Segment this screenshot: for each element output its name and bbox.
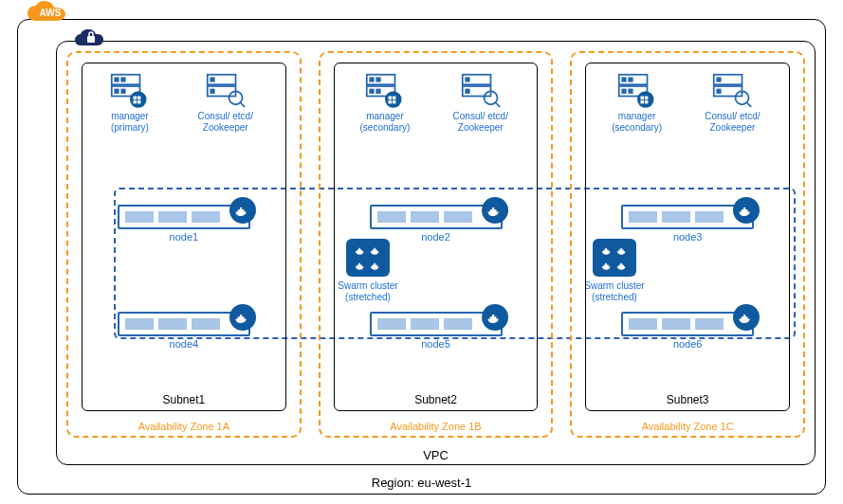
server-search-icon — [461, 73, 501, 109]
svg-rect-10 — [133, 100, 137, 104]
svg-rect-47 — [717, 77, 722, 81]
svg-rect-28 — [393, 100, 396, 104]
aws-cloud-icon: AWS — [27, 0, 74, 32]
swarm-node: node5 — [370, 312, 503, 350]
svg-rect-2 — [114, 77, 119, 81]
node-label: node2 — [421, 231, 450, 243]
docker-icon — [482, 304, 508, 331]
svg-rect-0 — [87, 36, 95, 43]
region-label: Region: eu-west-1 — [18, 476, 825, 490]
svg-rect-19 — [369, 77, 374, 81]
svg-rect-40 — [628, 89, 632, 94]
server-bar-icon — [118, 312, 250, 336]
svg-rect-36 — [621, 77, 626, 81]
manager-label: manager (secondary) — [596, 111, 678, 134]
consul-label: Consul/ etcd/ Zookeeper — [686, 111, 779, 134]
az-label: Availability Zone 1B — [321, 421, 552, 432]
swarm-node: node4 — [118, 312, 250, 350]
server-stack-icon — [110, 73, 150, 109]
svg-rect-37 — [628, 77, 632, 81]
az-label: Availability Zone 1C — [572, 421, 803, 432]
server-bar-icon — [370, 312, 503, 336]
server-search-icon — [712, 73, 752, 109]
region-container: Region: eu-west-1 VPC Swarm cluster (str… — [17, 19, 826, 495]
subnet-label: Subnet3 — [586, 393, 789, 406]
availability-zone: manager (secondary)Consul/ etcd/ Zookeep… — [319, 51, 554, 438]
svg-rect-39 — [621, 89, 626, 94]
swarm-node: node1 — [118, 205, 250, 243]
swarm-node: node2 — [370, 205, 503, 243]
docker-icon — [482, 197, 508, 224]
subnet: manager (secondary)Consul/ etcd/ Zookeep… — [334, 63, 539, 411]
server-bar-icon — [370, 205, 503, 229]
svg-rect-30 — [465, 77, 469, 81]
subnet-label: Subnet1 — [82, 393, 285, 406]
manager-label: manager (primary) — [92, 111, 168, 134]
subnet-label: Subnet2 — [335, 393, 538, 406]
node-label: node6 — [673, 338, 703, 350]
manager-service: manager (primary) — [92, 73, 168, 158]
svg-rect-45 — [644, 100, 648, 104]
svg-rect-11 — [137, 100, 141, 104]
svg-rect-23 — [376, 89, 380, 94]
vpc-label: VPC — [57, 448, 815, 462]
node-label: node4 — [170, 338, 199, 350]
manager-label: manager (secondary) — [344, 111, 427, 134]
svg-rect-3 — [120, 77, 125, 81]
svg-rect-20 — [376, 77, 380, 81]
consul-service: Consul/ etcd/ Zookeeper — [686, 73, 779, 158]
svg-rect-15 — [210, 89, 214, 94]
svg-line-17 — [241, 103, 245, 107]
node-label: node1 — [170, 231, 199, 243]
svg-rect-27 — [388, 100, 392, 104]
svg-rect-22 — [369, 89, 374, 94]
svg-rect-13 — [210, 77, 214, 81]
consul-label: Consul/ etcd/ Zookeeper — [175, 111, 276, 134]
server-stack-icon — [365, 73, 405, 109]
svg-rect-26 — [393, 97, 396, 100]
svg-line-51 — [747, 103, 751, 107]
consul-label: Consul/ etcd/ Zookeeper — [433, 111, 527, 134]
server-bar-icon — [621, 312, 754, 336]
svg-rect-8 — [133, 97, 137, 100]
aws-badge-text: AWS — [40, 8, 62, 18]
swarm-node: node6 — [621, 312, 754, 350]
svg-line-34 — [496, 103, 500, 107]
server-search-icon — [206, 73, 246, 109]
vpc-lock-icon — [74, 27, 106, 53]
availability-zone: manager (secondary)Consul/ etcd/ Zookeep… — [570, 51, 805, 438]
vpc-container: VPC Swarm cluster (stretched) Swarm clus… — [56, 41, 816, 465]
az-label: Availability Zone 1A — [68, 421, 300, 432]
svg-rect-44 — [640, 100, 644, 104]
subnet: manager (secondary)Consul/ etcd/ Zookeep… — [585, 63, 790, 411]
svg-rect-49 — [717, 89, 722, 94]
docker-icon — [733, 197, 760, 224]
availability-zone: manager (primary)Consul/ etcd/ Zookeeper… — [66, 51, 302, 438]
node-label: node3 — [673, 231, 703, 243]
swarm-node: node3 — [621, 205, 754, 243]
docker-icon — [229, 197, 256, 224]
manager-service: manager (secondary) — [344, 73, 427, 158]
docker-icon — [733, 304, 760, 331]
svg-rect-32 — [465, 89, 469, 94]
node-label: node5 — [421, 338, 450, 350]
consul-service: Consul/ etcd/ Zookeeper — [433, 73, 527, 158]
server-bar-icon — [118, 205, 250, 229]
svg-rect-6 — [120, 89, 125, 94]
svg-rect-9 — [137, 97, 141, 100]
zones-row: manager (primary)Consul/ etcd/ Zookeeper… — [66, 51, 805, 438]
svg-rect-42 — [640, 97, 644, 100]
server-bar-icon — [621, 205, 754, 229]
svg-rect-25 — [388, 97, 392, 100]
svg-rect-43 — [644, 97, 648, 100]
subnet: manager (primary)Consul/ etcd/ Zookeeper… — [82, 63, 286, 411]
docker-icon — [229, 304, 256, 331]
consul-service: Consul/ etcd/ Zookeeper — [175, 73, 276, 158]
server-stack-icon — [617, 73, 657, 109]
manager-service: manager (secondary) — [596, 73, 678, 158]
svg-rect-5 — [114, 89, 119, 94]
